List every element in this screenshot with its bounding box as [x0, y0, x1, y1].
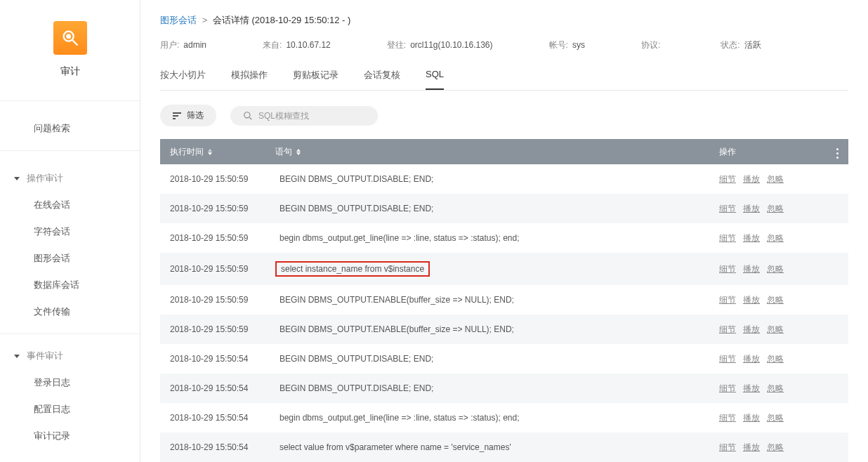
action-播放[interactable]: 播放: [743, 204, 760, 213]
filter-button[interactable]: 筛选: [160, 105, 216, 126]
tab-SQL[interactable]: SQL: [426, 69, 444, 90]
cell-time: 2018-10-29 15:50:54: [170, 383, 275, 393]
cell-stmt: select value from v$parameter where name…: [275, 441, 719, 454]
action-忽略[interactable]: 忽略: [767, 354, 784, 364]
to-label: 登往:: [387, 40, 406, 50]
action-细节[interactable]: 细节: [719, 383, 736, 393]
action-忽略[interactable]: 忽略: [767, 413, 784, 423]
nav-subitem[interactable]: 数据库会话: [0, 272, 140, 298]
action-细节[interactable]: 细节: [719, 295, 736, 305]
from-label: 来自:: [263, 40, 282, 50]
action-细节[interactable]: 细节: [719, 354, 736, 364]
table-menu-button[interactable]: [817, 147, 839, 157]
from-value: 10.10.67.12: [286, 40, 330, 50]
tab-模拟操作[interactable]: 模拟操作: [231, 69, 268, 90]
cell-stmt: BEGIN DBMS_OUTPUT.DISABLE; END;: [275, 352, 719, 365]
status-label: 状态:: [721, 40, 739, 50]
nav-subitem[interactable]: 文件传输: [0, 298, 140, 325]
user-value: admin: [183, 40, 206, 50]
cell-actions: 细节播放忽略: [719, 324, 817, 336]
action-细节[interactable]: 细节: [719, 204, 736, 213]
nav-subitem[interactable]: 配置日志: [0, 396, 140, 423]
cell-time: 2018-10-29 15:50:59: [170, 324, 275, 334]
table-row: 2018-10-29 15:50:59BEGIN DBMS_OUTPUT.DIS…: [160, 164, 848, 194]
cell-actions: 细节播放忽略: [719, 383, 817, 395]
cell-actions: 细节播放忽略: [719, 353, 817, 365]
action-播放[interactable]: 播放: [743, 383, 760, 393]
col-header-actions: 操作: [719, 146, 817, 158]
action-播放[interactable]: 播放: [743, 354, 760, 364]
nav-group-0[interactable]: 操作审计: [0, 165, 140, 192]
table-header: 执行时间 语句 操作: [160, 139, 848, 164]
search-input[interactable]: [258, 111, 365, 121]
nav-subitem[interactable]: 登录日志: [0, 369, 140, 396]
svg-line-1: [72, 41, 77, 46]
dots-vertical-icon: [836, 152, 839, 154]
action-细节[interactable]: 细节: [719, 324, 736, 334]
user-label: 用户:: [160, 40, 179, 50]
action-播放[interactable]: 播放: [743, 233, 760, 243]
sidebar: 审计 问题检索 操作审计在线会话字符会话图形会话数据库会话文件传输事件审计登录日…: [0, 0, 140, 462]
account-label: 帐号:: [549, 40, 568, 50]
nav-subitem[interactable]: 字符会话: [0, 218, 140, 245]
cell-actions: 细节播放忽略: [719, 412, 817, 424]
table-row: 2018-10-29 15:50:59BEGIN DBMS_OUTPUT.ENA…: [160, 315, 848, 344]
action-忽略[interactable]: 忽略: [767, 295, 784, 305]
cell-stmt: BEGIN DBMS_OUTPUT.DISABLE; END;: [275, 382, 719, 395]
action-忽略[interactable]: 忽略: [767, 264, 784, 274]
action-忽略[interactable]: 忽略: [767, 324, 784, 334]
action-细节[interactable]: 细节: [719, 442, 736, 452]
col-header-time[interactable]: 执行时间: [170, 146, 275, 158]
action-忽略[interactable]: 忽略: [767, 233, 784, 243]
table-row: 2018-10-29 15:50:59begin dbms_output.get…: [160, 223, 848, 253]
sql-table: 执行时间 语句 操作 2018-10-29 15:50:59BEGIN DBMS…: [160, 139, 848, 462]
nav-item-search[interactable]: 问题检索: [0, 115, 140, 142]
toolbar: 筛选: [160, 105, 848, 126]
nav-subitem[interactable]: 图形会话: [0, 245, 140, 272]
action-细节[interactable]: 细节: [719, 413, 736, 423]
action-忽略[interactable]: 忽略: [767, 204, 784, 213]
cell-time: 2018-10-29 15:50:59: [170, 233, 275, 243]
action-播放[interactable]: 播放: [743, 295, 760, 305]
breadcrumb-sep: >: [202, 15, 208, 25]
action-播放[interactable]: 播放: [743, 264, 760, 274]
cell-actions: 细节播放忽略: [719, 442, 817, 454]
nav-subitem[interactable]: 在线会话: [0, 192, 140, 218]
cell-actions: 细节播放忽略: [719, 232, 817, 244]
filter-icon: [173, 112, 181, 119]
svg-line-4: [249, 117, 251, 119]
action-播放[interactable]: 播放: [743, 442, 760, 452]
col-header-stmt[interactable]: 语句: [275, 146, 719, 158]
action-忽略[interactable]: 忽略: [767, 174, 784, 184]
action-忽略[interactable]: 忽略: [767, 383, 784, 393]
action-细节[interactable]: 细节: [719, 264, 736, 274]
cell-stmt: BEGIN DBMS_OUTPUT.ENABLE(buffer_size => …: [275, 323, 719, 336]
search-box[interactable]: [230, 106, 378, 126]
table-row: 2018-10-29 15:50:54begin dbms_output.get…: [160, 403, 848, 433]
cell-actions: 细节播放忽略: [719, 294, 817, 306]
status-value: 活跃: [744, 40, 761, 50]
cell-time: 2018-10-29 15:50:59: [170, 295, 275, 305]
tab-剪贴板记录[interactable]: 剪贴板记录: [293, 69, 338, 90]
table-row: 2018-10-29 15:50:54BEGIN DBMS_OUTPUT.DIS…: [160, 344, 848, 374]
action-播放[interactable]: 播放: [743, 324, 760, 334]
action-播放[interactable]: 播放: [743, 174, 760, 184]
action-忽略[interactable]: 忽略: [767, 442, 784, 452]
cell-time: 2018-10-29 15:50:59: [170, 264, 275, 274]
cell-actions: 细节播放忽略: [719, 173, 817, 185]
nav-group-1[interactable]: 事件审计: [0, 343, 140, 369]
action-细节[interactable]: 细节: [719, 233, 736, 243]
cell-stmt: BEGIN DBMS_OUTPUT.DISABLE; END;: [275, 173, 719, 185]
breadcrumb-root[interactable]: 图形会话: [160, 15, 197, 25]
action-细节[interactable]: 细节: [719, 174, 736, 184]
sidebar-title: 审计: [60, 65, 80, 78]
audit-logo-icon: [53, 21, 87, 55]
nav-subitem[interactable]: 审计记录: [0, 423, 140, 449]
breadcrumb: 图形会话 > 会话详情 (2018-10-29 15:50:12 - ): [160, 14, 848, 27]
tab-按大小切片[interactable]: 按大小切片: [160, 69, 206, 90]
table-row: 2018-10-29 15:50:59select instance_name …: [160, 253, 848, 285]
tab-会话复核[interactable]: 会话复核: [364, 69, 400, 90]
to-value: orcl11g(10.10.16.136): [410, 40, 492, 50]
action-播放[interactable]: 播放: [743, 413, 760, 423]
breadcrumb-detail: 会话详情 (2018-10-29 15:50:12 - ): [213, 15, 351, 25]
